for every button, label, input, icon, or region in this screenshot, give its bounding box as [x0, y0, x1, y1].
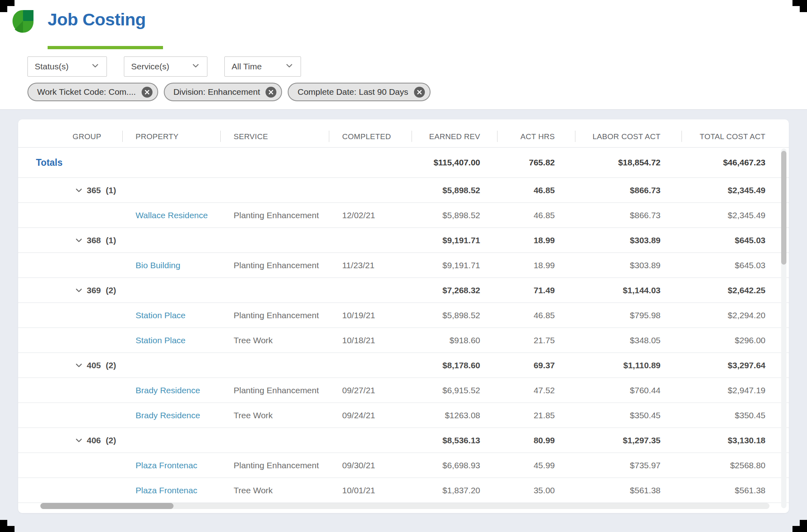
property-link[interactable]: Station Place: [136, 311, 186, 320]
property-link[interactable]: Brady Residence: [136, 386, 200, 395]
vertical-scrollbar-thumb[interactable]: [781, 151, 786, 265]
earned-rev-value: $8,536.13: [412, 436, 497, 445]
act-hrs-value: 46.85: [497, 211, 575, 220]
completed-value: 10/18/21: [329, 336, 412, 345]
chevron-down-icon: [90, 61, 100, 72]
table-row-group: 369 (2) $7,268.32 71.49 $1,144.03 $2,642…: [18, 278, 789, 303]
completed-value: 10/01/21: [329, 486, 412, 495]
totals-total-cost: $46,467.23: [682, 158, 773, 167]
act-hrs-value: 35.00: [497, 486, 575, 495]
chevron-down-icon[interactable]: [75, 361, 83, 369]
horizontal-scrollbar[interactable]: [40, 503, 769, 509]
status-filter-label: Status(s): [35, 62, 69, 71]
vertical-scrollbar[interactable]: [781, 148, 786, 508]
act-hrs-value: 47.52: [497, 386, 575, 395]
column-header-group[interactable]: GROUP: [18, 132, 122, 141]
act-hrs-value: 46.85: [497, 186, 575, 195]
chevron-down-icon: [191, 61, 201, 72]
labor-cost-value: $303.89: [575, 261, 682, 270]
column-header-earned-rev[interactable]: EARNED REV: [412, 132, 497, 141]
table-row-detail: Brady Residence Planting Enhancement 09/…: [18, 378, 789, 403]
labor-cost-value: $795.98: [575, 311, 682, 320]
page-title: Job Costing: [48, 10, 146, 29]
earned-rev-value: $7,268.32: [412, 286, 497, 295]
earned-rev-value: $1263.08: [412, 411, 497, 420]
labor-cost-value: $1,297.35: [575, 436, 682, 445]
job-costing-table-card: GROUP PROPERTY SERVICE COMPLETED EARNED …: [18, 119, 789, 513]
labor-cost-value: $350.45: [575, 411, 682, 420]
completed-value: 09/27/21: [329, 386, 412, 395]
total-cost-value: $2,947.19: [682, 386, 773, 395]
column-header-labor-cost-act[interactable]: LABOR COST ACT: [575, 132, 682, 141]
labor-cost-value: $303.89: [575, 236, 682, 245]
labor-cost-value: $760.44: [575, 386, 682, 395]
table-row-detail: Wallace Residence Planting Enhancement 1…: [18, 203, 789, 228]
labor-cost-value: $866.73: [575, 211, 682, 220]
division-chip-label: Division: Enhancement: [174, 87, 260, 97]
chevron-down-icon[interactable]: [75, 186, 83, 194]
property-link[interactable]: Brady Residence: [136, 411, 200, 420]
labor-cost-value: $561.38: [575, 486, 682, 495]
property-link[interactable]: Station Place: [136, 336, 186, 345]
property-link[interactable]: Plaza Frontenac: [136, 461, 197, 470]
service-value: Planting Enhancement: [220, 261, 329, 270]
group-count: (2): [106, 436, 116, 445]
group-cell: 368 (1): [18, 236, 220, 245]
total-cost-value: $3,130.18: [682, 436, 773, 445]
column-header-completed[interactable]: COMPLETED: [329, 132, 412, 141]
table-row-detail: Brady Residence Tree Work 09/24/21 $1263…: [18, 403, 789, 428]
completed-value: 10/19/21: [329, 311, 412, 320]
division-chip[interactable]: Division: Enhancement: [164, 83, 282, 101]
horizontal-scrollbar-thumb[interactable]: [40, 503, 174, 509]
column-header-service[interactable]: SERVICE: [220, 132, 329, 141]
chevron-down-icon[interactable]: [75, 286, 83, 294]
time-filter-label: All Time: [232, 62, 262, 71]
service-filter-label: Service(s): [131, 62, 169, 71]
total-cost-value: $645.03: [682, 236, 773, 245]
table-row-group: 406 (2) $8,536.13 80.99 $1,297.35 $3,130…: [18, 428, 789, 453]
total-cost-value: $350.45: [682, 411, 773, 420]
property-link[interactable]: Bio Building: [136, 261, 180, 270]
work-ticket-code-chip[interactable]: Work Ticket Code: Com....: [27, 83, 158, 101]
labor-cost-value: $866.73: [575, 186, 682, 195]
act-hrs-value: 18.99: [497, 261, 575, 270]
group-label: 406: [87, 436, 101, 445]
table-row-detail: Bio Building Planting Enhancement 11/23/…: [18, 253, 789, 278]
completed-value: 12/02/21: [329, 211, 412, 220]
total-cost-value: $2,294.20: [682, 311, 773, 320]
filter-chips: Work Ticket Code: Com.... Division: Enha…: [27, 83, 431, 101]
top-header-band: Job Costing Status(s) Service(s) All Tim…: [0, 0, 807, 110]
chevron-down-icon[interactable]: [75, 236, 83, 244]
earned-rev-value: $6,915.52: [412, 386, 497, 395]
remove-filter-icon[interactable]: [142, 87, 153, 98]
complete-date-chip[interactable]: Complete Date: Last 90 Days: [288, 83, 430, 101]
service-filter-dropdown[interactable]: Service(s): [124, 56, 207, 77]
group-label: 405: [87, 361, 101, 370]
service-value: Tree Work: [220, 336, 329, 345]
remove-filter-icon[interactable]: [414, 87, 425, 98]
complete-date-chip-label: Complete Date: Last 90 Days: [297, 87, 408, 97]
total-cost-value: $2,642.25: [682, 286, 773, 295]
labor-cost-value: $1,144.03: [575, 286, 682, 295]
status-filter-dropdown[interactable]: Status(s): [27, 56, 107, 77]
earned-rev-value: $9,191.71: [412, 261, 497, 270]
totals-labor-cost: $18,854.72: [575, 158, 682, 167]
table-header-row: GROUP PROPERTY SERVICE COMPLETED EARNED …: [18, 119, 789, 148]
column-header-total-cost-act[interactable]: TOTAL COST ACT: [682, 132, 773, 141]
title-underline: [48, 46, 163, 49]
chevron-down-icon: [284, 61, 294, 72]
property-link[interactable]: Plaza Frontenac: [136, 486, 197, 495]
column-header-property[interactable]: PROPERTY: [122, 132, 220, 141]
total-cost-value: $2,345.49: [682, 211, 773, 220]
group-label: 369: [87, 286, 101, 295]
remove-filter-icon[interactable]: [266, 87, 276, 98]
table-body: 365 (1) $5,898.52 46.85 $866.73 $2,345.4…: [18, 178, 789, 503]
property-link[interactable]: Wallace Residence: [136, 211, 208, 220]
column-header-act-hrs[interactable]: ACT HRS: [497, 132, 575, 141]
filter-dropdowns: Status(s) Service(s) All Time: [27, 56, 301, 77]
time-filter-dropdown[interactable]: All Time: [224, 56, 301, 77]
chevron-down-icon[interactable]: [75, 436, 83, 444]
completed-value: 11/23/21: [329, 261, 412, 270]
completed-value: 09/24/21: [329, 411, 412, 420]
act-hrs-value: 80.99: [497, 436, 575, 445]
